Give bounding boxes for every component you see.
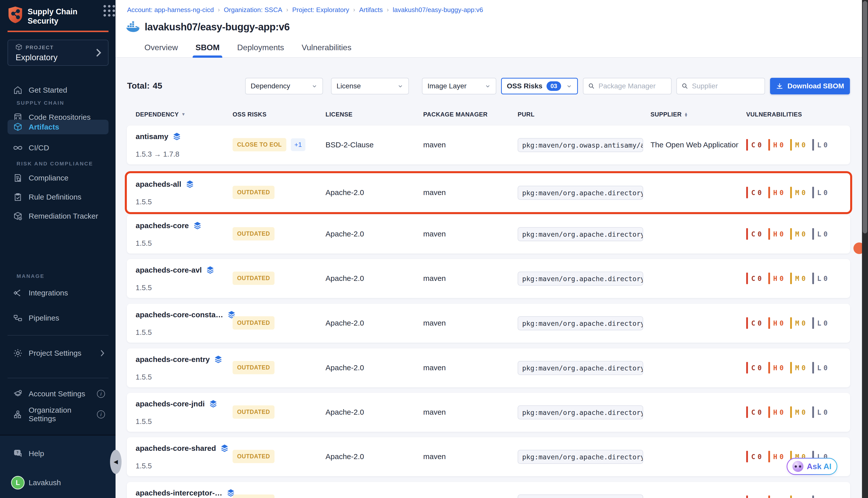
severity-bar-icon	[790, 187, 792, 198]
sidebar-item-get-started[interactable]: Get Started	[8, 83, 108, 97]
license-cell: BSD-2-Clause	[325, 141, 374, 149]
oss-risks-filter-dropdown[interactable]: OSS Risks 03	[501, 78, 578, 94]
severity-bar-icon	[746, 317, 748, 329]
sidebar-item-label: Rule Definitions	[29, 193, 81, 201]
scrollbar-thumb[interactable]	[863, 1, 867, 233]
severity-bar-icon	[746, 451, 748, 462]
project-selector[interactable]: PROJECT Exploratory	[8, 40, 108, 66]
layers-icon	[172, 132, 181, 141]
purl-pill[interactable]: pkg:maven/org.apache.directory.s…	[518, 361, 643, 375]
purl-pill[interactable]: pkg:maven/org.apache.directory.s…	[518, 316, 643, 330]
table-row[interactable]: apacheds-core 1.5.5 OUTDATED Apache-2.0 …	[127, 214, 850, 253]
severity-bar-icon	[790, 496, 792, 498]
breadcrumb-artifacts[interactable]: Artifacts	[359, 6, 383, 14]
purl-pill[interactable]: pkg:maven/org.apache.directory.s…	[518, 186, 643, 200]
dependency-version: 1.5.5	[135, 462, 152, 470]
tab-sbom[interactable]: SBOM	[195, 38, 220, 57]
vuln-h-segment: H0	[768, 496, 784, 498]
tab-overview[interactable]: Overview	[144, 38, 178, 57]
total-label: Total:	[127, 81, 150, 91]
package-manager-search-input[interactable]: Package Manager	[583, 78, 672, 94]
dependency-filter-dropdown[interactable]: Dependency	[245, 78, 323, 94]
vuln-l-segment: L0	[812, 139, 828, 150]
severity-bar-icon	[768, 317, 770, 329]
sidebar-collapse-handle[interactable]: ◀	[110, 450, 121, 474]
purl-pill[interactable]: pkg:maven/org.owasp.antisamy/ant…	[518, 138, 643, 152]
download-sbom-button[interactable]: Download SBOM	[770, 78, 850, 94]
severity-bar-icon	[768, 362, 770, 374]
tab-vulnerabilities[interactable]: Vulnerabilities	[302, 38, 351, 57]
column-header-oss-risks: OSS RISKS	[233, 111, 267, 118]
cube-icon	[15, 43, 23, 51]
user-menu[interactable]: L Lavakush	[8, 475, 108, 490]
vuln-h-segment: H0	[768, 139, 784, 150]
scrollbar-track[interactable]	[862, 0, 868, 498]
sidebar-item-project-settings[interactable]: Project Settings	[8, 346, 108, 361]
sidebar-item-artifacts[interactable]: Artifacts	[8, 120, 108, 134]
infinity-icon	[12, 142, 24, 154]
vuln-h-segment: H0	[768, 362, 784, 374]
image-layer-filter-dropdown[interactable]: Image Layer	[422, 78, 496, 94]
info-icon[interactable]: i	[97, 390, 105, 398]
vuln-c-segment: C0	[746, 187, 762, 198]
sort-descending-icon[interactable]: ▼	[181, 112, 185, 117]
sidebar-item-remediation-tracker[interactable]: Remediation Tracker	[8, 209, 108, 223]
oss-risk-extra-badge[interactable]: +1	[291, 138, 306, 151]
layers-gear-icon	[12, 388, 24, 399]
ask-ai-button[interactable]: Ask AI	[787, 458, 837, 475]
chevron-down-icon	[311, 83, 318, 89]
breadcrumb-organization[interactable]: Organization: SSCA	[224, 6, 282, 14]
oss-risk-cell: OUTDATED	[233, 450, 274, 463]
column-header-supplier[interactable]: SUPPLIER▲▼	[650, 111, 688, 118]
sidebar-item-pipelines[interactable]: Pipelines	[8, 311, 108, 325]
app-switcher-grid-icon[interactable]	[103, 5, 115, 16]
tab-deployments[interactable]: Deployments	[237, 38, 284, 57]
sort-both-icon[interactable]: ▲▼	[684, 112, 688, 117]
purl-pill[interactable]: pkg:maven/org.apache.directory.s…	[518, 272, 643, 286]
dependency-name: apacheds-all	[135, 180, 194, 189]
sidebar-item-label: Remediation Tracker	[29, 212, 98, 220]
table-row[interactable]: apacheds-core-shared 1.5.5 OUTDATED Apac…	[127, 437, 850, 476]
purl-pill[interactable]: pkg:maven/org.apache.directory.s…	[518, 405, 643, 419]
package-manager-cell: maven	[423, 497, 446, 498]
vulnerabilities-cell: C0H0M0L0	[746, 406, 828, 418]
sidebar-item-help[interactable]: ? Help	[8, 446, 108, 461]
severity-bar-icon	[812, 496, 814, 498]
sidebar-item-organization-settings[interactable]: Organization Settings i	[8, 407, 108, 422]
table-row[interactable]: apacheds-interceptor-… 1.5.5 OUTDATED Ap…	[127, 482, 850, 498]
purl-pill[interactable]: pkg:maven/org.apache.directory.s…	[518, 495, 643, 498]
sidebar-item-label: Pipelines	[29, 314, 59, 322]
sidebar-item-account-settings[interactable]: Account Settings i	[8, 386, 108, 401]
table-row[interactable]: apacheds-core-jndi 1.5.5 OUTDATED Apache…	[127, 393, 850, 432]
table-row[interactable]: apacheds-core-consta… 1.5.5 OUTDATED Apa…	[127, 304, 850, 343]
oss-risk-cell: OUTDATED	[233, 405, 274, 419]
sidebar-item-cicd[interactable]: CI/CD	[8, 141, 108, 155]
table-row[interactable]: antisamy 1.5.3 → 1.7.8 CLOSE TO EOL +1 B…	[127, 126, 850, 165]
breadcrumb-account[interactable]: Account: app-harness-ng-cicd	[127, 6, 214, 14]
severity-bar-icon	[746, 362, 748, 374]
license-filter-dropdown[interactable]: License	[331, 78, 409, 94]
project-name: Exploratory	[16, 53, 57, 62]
supplier-search-input[interactable]: Supplier	[676, 78, 765, 94]
layers-icon	[220, 444, 229, 453]
severity-bar-icon	[790, 362, 792, 374]
severity-bar-icon	[746, 406, 748, 418]
breadcrumb-project[interactable]: Project: Exploratory	[292, 6, 349, 14]
dependency-name: apacheds-interceptor-…	[135, 488, 235, 498]
vuln-h-segment: H0	[768, 228, 784, 240]
info-icon[interactable]: i	[97, 410, 105, 418]
table-row[interactable]: apacheds-all 1.5.5 OUTDATED Apache-2.0 m…	[127, 173, 850, 212]
purl-pill[interactable]: pkg:maven/org.apache.directory.s…	[518, 227, 643, 241]
layers-icon	[206, 265, 215, 275]
sidebar-item-integrations[interactable]: Integrations	[8, 286, 108, 300]
table-row[interactable]: apacheds-core-entry 1.5.5 OUTDATED Apach…	[127, 349, 850, 387]
purl-pill[interactable]: pkg:maven/org.apache.directory.s…	[518, 450, 643, 464]
table-header-row: DEPENDENCY▼ OSS RISKS LICENSE PACKAGE MA…	[127, 109, 850, 121]
oss-risk-badge: OUTDATED	[233, 495, 274, 498]
sidebar-item-compliance[interactable]: Compliance	[8, 171, 108, 185]
package-manager-cell: maven	[423, 452, 446, 461]
sidebar-item-rule-definitions[interactable]: Rule Definitions	[8, 190, 108, 204]
breadcrumb-artifact-name[interactable]: lavakush07/easy-buggy-app:v6	[393, 6, 483, 14]
table-row[interactable]: apacheds-core-avl 1.5.5 OUTDATED Apache-…	[127, 259, 850, 298]
column-header-dependency[interactable]: DEPENDENCY▼	[135, 111, 185, 118]
